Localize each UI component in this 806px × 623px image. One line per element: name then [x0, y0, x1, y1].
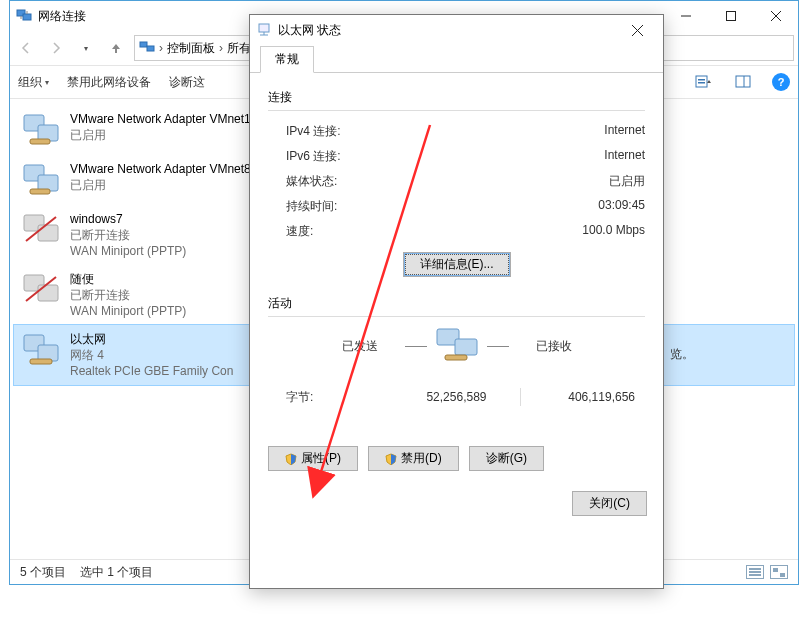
svg-rect-17	[30, 139, 50, 144]
svg-rect-9	[147, 46, 154, 51]
recent-dropdown[interactable]: ▾	[74, 36, 98, 60]
svg-rect-25	[38, 285, 58, 301]
computer-icon	[433, 325, 481, 368]
dialog-titlebar[interactable]: 以太网 状态	[250, 15, 663, 45]
divider	[268, 110, 645, 111]
dash-icon	[405, 346, 427, 347]
details-view-icon[interactable]	[746, 565, 764, 579]
row-duration: 持续时间:03:09:45	[268, 194, 645, 219]
row-ipv6: IPv6 连接:Internet	[268, 144, 645, 169]
shield-icon	[285, 453, 297, 465]
tab-general[interactable]: 常规	[260, 46, 314, 73]
adapter-device: WAN Miniport (PPTP)	[70, 303, 186, 319]
status-count: 5 个项目	[20, 564, 66, 581]
adapter-status: 已启用	[70, 177, 251, 193]
connection-group-label: 连接	[268, 89, 645, 106]
dialog-footer: 关闭(C)	[250, 481, 663, 526]
adapter-name: VMware Network Adapter VMnet8	[70, 161, 251, 177]
adapter-status: 已断开连接	[70, 287, 186, 303]
svg-rect-20	[30, 189, 50, 194]
dash-icon	[487, 346, 509, 347]
main-window-title: 网络连接	[38, 8, 86, 25]
properties-button[interactable]: 属性(P)	[268, 446, 358, 471]
adapter-status: 已断开连接	[70, 227, 186, 243]
adapter-device: Realtek PCIe GBE Family Con	[70, 363, 233, 379]
row-ipv4: IPv4 连接:Internet	[268, 119, 645, 144]
adapter-status: 已启用	[70, 127, 251, 143]
svg-rect-30	[259, 24, 269, 32]
large-icons-view-icon[interactable]	[770, 565, 788, 579]
bytes-row: 字节: 52,256,589 406,119,656	[268, 388, 645, 406]
breadcrumb-sep: ›	[219, 41, 223, 55]
adapter-icon	[22, 111, 62, 149]
details-button[interactable]: 详细信息(E)...	[403, 252, 511, 277]
minimize-button[interactable]	[663, 2, 708, 31]
adapter-name: VMware Network Adapter VMnet1	[70, 111, 251, 127]
bytes-label: 字节:	[268, 389, 348, 406]
disable-button[interactable]: 禁用(D)	[368, 446, 459, 471]
diagnose-button[interactable]: 诊断这	[169, 74, 205, 91]
svg-rect-11	[698, 79, 705, 81]
svg-rect-1	[23, 14, 31, 20]
close-button[interactable]	[753, 2, 798, 31]
sent-bytes: 52,256,589	[397, 390, 497, 404]
row-speed: 速度:100.0 Mbps	[268, 219, 645, 244]
adapter-name: 随便	[70, 271, 186, 287]
forward-button[interactable]	[44, 36, 68, 60]
diagnose-button[interactable]: 诊断(G)	[469, 446, 544, 471]
breadcrumb-sep: ›	[159, 41, 163, 55]
svg-rect-13	[736, 76, 750, 87]
ethernet-icon	[256, 21, 272, 40]
adapter-icon	[22, 211, 62, 249]
svg-rect-29	[30, 359, 52, 364]
ethernet-status-dialog: 以太网 状态 常规 连接 IPv4 连接:Internet IPv6 连接:In…	[249, 14, 664, 589]
up-button[interactable]	[104, 36, 128, 60]
breadcrumb-seg[interactable]: 控制面板	[167, 40, 215, 57]
action-button-row: 属性(P) 禁用(D) 诊断(G)	[268, 446, 645, 471]
body-text-fragment: 览。	[670, 346, 694, 363]
activity-grid: 已发送 已接收	[268, 325, 645, 368]
svg-rect-37	[445, 355, 467, 360]
adapter-device: WAN Miniport (PPTP)	[70, 243, 186, 259]
back-button[interactable]	[14, 36, 38, 60]
disable-device-button[interactable]: 禁用此网络设备	[67, 74, 151, 91]
adapter-status: 网络 4	[70, 347, 233, 363]
dialog-body: 连接 IPv4 连接:Internet IPv6 连接:Internet 媒体状…	[250, 73, 663, 481]
network-icon	[139, 40, 155, 57]
view-dropdown-icon[interactable]	[692, 71, 714, 93]
preview-pane-icon[interactable]	[732, 71, 754, 93]
recv-bytes: 406,119,656	[545, 390, 645, 404]
shield-icon	[385, 453, 397, 465]
adapter-icon	[22, 331, 62, 369]
tab-strip: 常规	[250, 45, 663, 73]
sent-label: 已发送	[315, 338, 405, 355]
recv-label: 已接收	[509, 338, 599, 355]
adapter-name: windows7	[70, 211, 186, 227]
network-icon	[16, 7, 32, 26]
adapter-name: 以太网	[70, 331, 233, 347]
status-selected: 选中 1 个项目	[80, 564, 153, 581]
organize-menu[interactable]: 组织 ▾	[18, 74, 49, 91]
maximize-button[interactable]	[708, 2, 753, 31]
breadcrumb-seg[interactable]: 所有	[227, 40, 251, 57]
svg-rect-22	[38, 225, 58, 241]
svg-rect-10	[696, 76, 707, 87]
svg-rect-5	[726, 12, 735, 21]
adapter-icon	[22, 271, 62, 309]
close-dialog-button[interactable]: 关闭(C)	[572, 491, 647, 516]
dialog-title: 以太网 状态	[278, 22, 341, 39]
row-media: 媒体状态:已启用	[268, 169, 645, 194]
svg-rect-36	[455, 339, 477, 355]
svg-rect-8	[140, 42, 147, 47]
svg-rect-12	[698, 82, 705, 84]
activity-group-label: 活动	[268, 295, 645, 312]
adapter-icon	[22, 161, 62, 199]
dialog-close-button[interactable]	[617, 16, 657, 44]
divider	[268, 316, 645, 317]
help-icon[interactable]: ?	[772, 73, 790, 91]
